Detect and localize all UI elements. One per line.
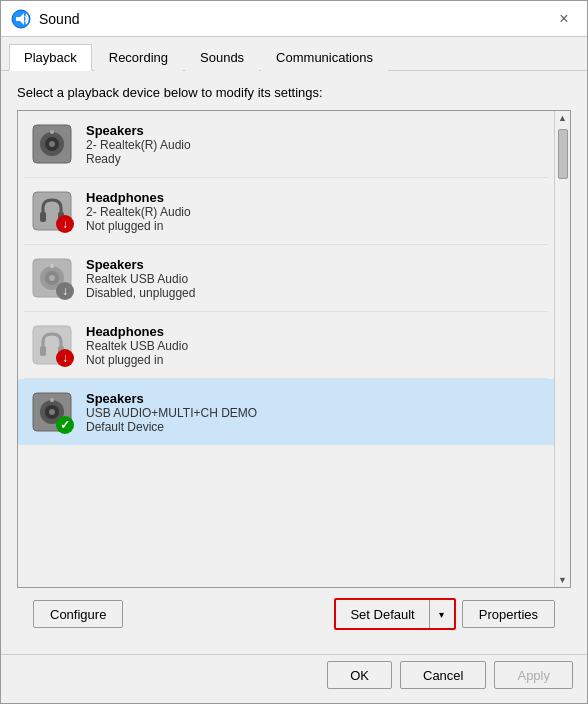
properties-button[interactable]: Properties [462,600,555,628]
device-subtitle: Realtek USB Audio [86,339,544,353]
tab-content: Select a playback device below to modify… [1,71,587,654]
scroll-track [558,125,568,573]
device-info: Speakers Realtek USB Audio Disabled, unp… [86,257,544,300]
device-name: Headphones [86,324,544,339]
device-subtitle: Realtek USB Audio [86,272,544,286]
tabs-bar: Playback Recording Sounds Communications [1,37,587,71]
device-info: Headphones Realtek USB Audio Not plugged… [86,324,544,367]
device-info: Speakers 2- Realtek(R) Audio Ready [86,123,544,166]
device-subtitle: 2- Realtek(R) Audio [86,205,544,219]
cancel-button[interactable]: Cancel [400,661,486,689]
apply-button[interactable]: Apply [494,661,573,689]
device-item[interactable]: ↓ Headphones 2- Realtek(R) Audio Not plu… [18,178,554,244]
device-item[interactable]: Speakers 2- Realtek(R) Audio Ready [18,111,554,177]
svg-rect-8 [40,212,46,222]
status-badge-gray: ↓ [56,282,74,300]
device-name: Speakers [86,123,544,138]
tab-playback[interactable]: Playback [9,44,92,71]
device-status: Not plugged in [86,219,544,233]
svg-point-5 [49,141,55,147]
svg-point-13 [49,275,55,281]
tab-communications[interactable]: Communications [261,44,388,71]
device-item[interactable]: ↓ Speakers Realtek USB Audio Disabled, u… [18,245,554,311]
device-name: Headphones [86,190,544,205]
device-item-selected[interactable]: ✓ Speakers USB AUDIO+MULTI+CH DEMO Defau… [18,379,554,445]
status-badge-red: ↓ [56,349,74,367]
device-list-container: Speakers 2- Realtek(R) Audio Ready [17,110,571,588]
set-default-wrap: Set Default ▾ [334,598,455,630]
svg-point-14 [50,264,54,268]
scrollbar[interactable]: ▲ ▼ [554,111,570,587]
footer-buttons: OK Cancel Apply [1,654,587,703]
device-icon-headphones-2: ↓ [28,321,76,369]
svg-rect-16 [40,346,46,356]
device-status: Default Device [86,420,544,434]
ok-button[interactable]: OK [327,661,392,689]
configure-button[interactable]: Configure [33,600,123,628]
description-text: Select a playback device below to modify… [17,85,571,100]
scroll-up-button[interactable]: ▲ [556,111,570,125]
close-button[interactable]: × [551,6,577,32]
title-text: Sound [39,11,551,27]
action-buttons: Configure Set Default ▾ Properties [17,588,571,640]
device-status: Not plugged in [86,353,544,367]
device-name: Speakers [86,257,544,272]
device-info: Headphones 2- Realtek(R) Audio Not plugg… [86,190,544,233]
set-default-dropdown-button[interactable]: ▾ [430,600,454,628]
device-name: Speakers [86,391,544,406]
device-icon-speakers-1 [28,120,76,168]
device-subtitle: 2- Realtek(R) Audio [86,138,544,152]
device-icon-speakers-2: ↓ [28,254,76,302]
device-list: Speakers 2- Realtek(R) Audio Ready [18,111,554,587]
svg-point-21 [49,409,55,415]
scroll-down-button[interactable]: ▼ [556,573,570,587]
svg-point-6 [50,130,54,134]
set-default-button[interactable]: Set Default [336,600,429,628]
tab-recording[interactable]: Recording [94,44,183,71]
device-subtitle: USB AUDIO+MULTI+CH DEMO [86,406,544,420]
device-icon-headphones-1: ↓ [28,187,76,235]
svg-point-22 [50,398,54,402]
sound-dialog: Sound × Playback Recording Sounds Commun… [0,0,588,704]
device-status: Ready [86,152,544,166]
status-badge-green: ✓ [56,416,74,434]
title-bar: Sound × [1,1,587,37]
scroll-thumb[interactable] [558,129,568,179]
tab-sounds[interactable]: Sounds [185,44,259,71]
device-item[interactable]: ↓ Headphones Realtek USB Audio Not plugg… [18,312,554,378]
device-icon-speakers-3: ✓ [28,388,76,436]
device-status: Disabled, unplugged [86,286,544,300]
device-info: Speakers USB AUDIO+MULTI+CH DEMO Default… [86,391,544,434]
status-badge-red: ↓ [56,215,74,233]
sound-icon [11,9,31,29]
